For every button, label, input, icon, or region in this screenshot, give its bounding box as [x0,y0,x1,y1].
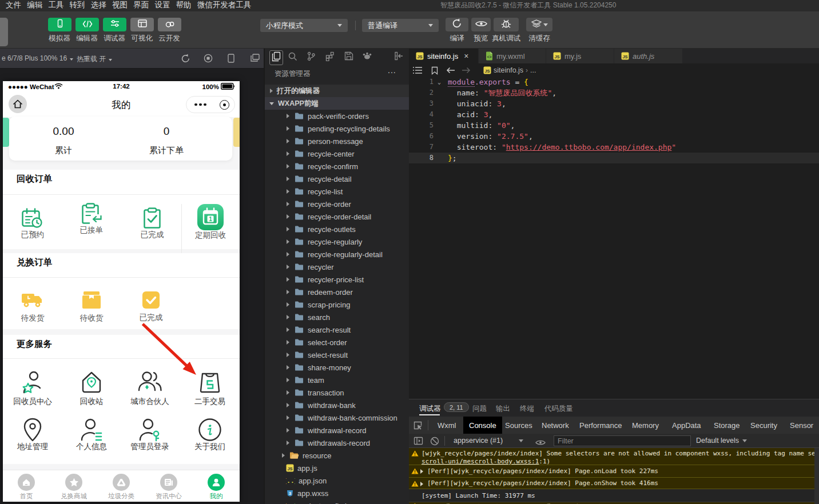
mode-select[interactable]: 小程序模式 [260,19,348,32]
panel-toggle-icon[interactable] [414,437,423,447]
tree-folder-transaction[interactable]: transaction [265,386,409,399]
entry-地址管理[interactable] [5,417,60,442]
devtools-tab-Sources[interactable]: Sources [499,417,538,434]
entry-回收员中心[interactable] [5,370,60,395]
tree-folder-recycler-price-list[interactable]: recycler-price-list [265,273,409,286]
close-icon[interactable]: × [464,51,468,61]
entry-待发货[interactable]: 待发货 [7,290,58,323]
tree-folder-withdrawal-record[interactable]: withdrawal-record [265,424,409,437]
tree-folder-recycle-order[interactable]: recycle-order [265,198,409,210]
entry-已接单[interactable] [69,203,114,228]
fold-chevron-icon[interactable]: ⌄ [438,77,441,87]
panel-tab-代码质量[interactable]: 代码质量 [544,404,573,414]
search-icon[interactable] [288,51,297,63]
tree-folder-recycle-outlets[interactable]: recycle-outlets [265,223,409,235]
tree-folder-redeem-order[interactable]: redeem-order [265,286,409,298]
code-area[interactable]: 1⌄module.exports = {2 name: "智慧废品回收系统",3… [409,77,819,399]
arrow-left-icon[interactable] [446,67,455,74]
source-link[interactable]: scroll-uni/mescroll-body.wxss:1 [422,458,539,465]
tree-folder-recycle-regularly[interactable]: recycle-regularly [265,235,409,248]
devtools-tab-Storage[interactable]: Storage [708,417,746,434]
code-line-2[interactable]: 2 name: "智慧废品回收系统", [409,87,819,98]
devtools-tab-Network[interactable]: Network [536,417,575,434]
tab-首页[interactable]: 首页 [9,474,43,501]
phone-outline-icon[interactable] [228,54,234,65]
tree-folder-pack-verific-orders[interactable]: pack-verific-orders [265,110,409,122]
tree-folder-scrap-pricing[interactable]: scrap-pricing [265,298,409,311]
menu-界面[interactable]: 界面 [133,0,149,10]
menu-工具[interactable]: 工具 [48,0,63,10]
模拟器-button[interactable] [48,18,71,31]
编译-button[interactable] [446,18,468,31]
编辑器-button[interactable] [75,18,99,31]
code-line-1[interactable]: 1⌄module.exports = { [409,77,819,87]
entry-管理员登录[interactable] [122,417,177,442]
code-line-7[interactable]: 7 siteroot: "https://demo.ttbobo.com/app… [409,142,819,153]
tree-folder-recycle-list[interactable]: recycle-list [265,185,409,198]
调试器-button[interactable] [103,18,126,31]
menu-编辑[interactable]: 编辑 [27,0,42,10]
tree-folder-share-money[interactable]: share-money [265,361,409,374]
code-line-6[interactable]: 6 version: "2.7.5", [409,131,819,142]
console-row-3[interactable]: [Perf][wjyk_recycle/pages/index/index] P… [409,478,817,489]
wechat-capsule[interactable] [186,96,235,113]
bookmark-icon[interactable] [431,66,438,75]
windows-icon[interactable] [251,54,260,64]
tree-folder-select-order[interactable]: select-order [265,336,409,349]
panel-tab-调试器[interactable]: 调试器 [419,404,441,414]
panel-tab-问题[interactable]: 问题 [472,404,487,414]
eye-icon[interactable] [535,438,546,448]
more-dots-icon[interactable] [194,103,206,106]
device-select[interactable]: e 6/7/8 Plus 100% 16 [2,54,73,62]
tree-folder-withdraw-bank[interactable]: withdraw-bank [265,399,409,411]
editor-tab-siteinfo.js[interactable]: JSsiteinfo.js× [409,49,479,63]
stop-record-icon[interactable] [204,54,213,65]
清缓存-button[interactable] [526,18,552,31]
entry-二手交易[interactable] [182,370,237,395]
tab-垃圾分类[interactable]: 垃圾分类 [104,474,138,501]
code-line-5[interactable]: 5 multiid: "0", [409,120,819,131]
git-branch-icon[interactable] [307,51,316,63]
arrow-right-icon[interactable] [462,67,471,74]
预览-button[interactable] [471,18,491,31]
tree-folder-pending-recycling-details[interactable]: pending-recycling-details [265,122,409,135]
panel-tab-终端[interactable]: 终端 [520,404,534,414]
code-line-8[interactable]: 8}; [409,153,819,163]
devtools-tab-Console[interactable]: Console [463,417,502,434]
console-row-4[interactable]: [system] Launch Time: 31977 ms [409,489,817,502]
panel-tab-输出[interactable]: 输出 [496,404,510,414]
breadcrumb-more[interactable]: ... [530,66,536,74]
inspect-icon[interactable] [413,421,423,432]
stats-card-left-peek[interactable] [3,118,9,147]
code-line-4[interactable]: 4 acid: 3, [409,109,819,120]
devtools-tab-Performance[interactable]: Performance [574,417,627,434]
entry-已预约[interactable] [10,207,55,233]
tree-folder-recycle-order-detail[interactable]: recycle-order-detail [265,210,409,223]
entry-定期回收[interactable]: 1 [188,203,233,233]
tree-folder-recycle-detail[interactable]: recycle-detail [265,173,409,185]
devtools-tab-Sensor[interactable]: Sensor [784,417,819,434]
tab-我的[interactable]: 我的 [199,474,233,501]
list-icon[interactable] [412,66,423,74]
entry-回收站[interactable] [64,370,119,395]
entry-待收货[interactable]: 待收货 [66,290,117,323]
tree-folder-recycle-confirm[interactable]: recycle-confirm [265,160,409,173]
entry-关于我们[interactable] [182,417,237,442]
devtools-tab-Memory[interactable]: Memory [626,417,665,434]
entry-已完成[interactable]: 已完成 [125,291,177,323]
tree-folder-withdraw-bank-commission[interactable]: withdraw-bank-commission [265,411,409,424]
menu-视图[interactable]: 视图 [112,0,128,10]
tree-file-project.config.json[interactable]: {..}project.config.json [265,499,409,504]
extensions-icon[interactable] [325,51,335,63]
levels-select[interactable]: Default levels [696,437,747,445]
tree-folder-search[interactable]: search [265,311,409,323]
hot-reload-toggle[interactable]: 热重载 开 [77,54,112,64]
paw-icon[interactable] [362,51,372,62]
tree-folder-team[interactable]: team [265,374,409,386]
console-scrollbar[interactable] [814,448,819,504]
menu-微信开发者工具[interactable]: 微信开发者工具 [197,0,252,10]
editor-tab-my.js[interactable]: JSmy.js [546,49,614,63]
devtools-tab-Wxml[interactable]: Wxml [432,417,462,434]
compile-select[interactable]: 普通编译 [362,19,439,32]
tree-folder-person-message[interactable]: person-message [265,135,409,147]
